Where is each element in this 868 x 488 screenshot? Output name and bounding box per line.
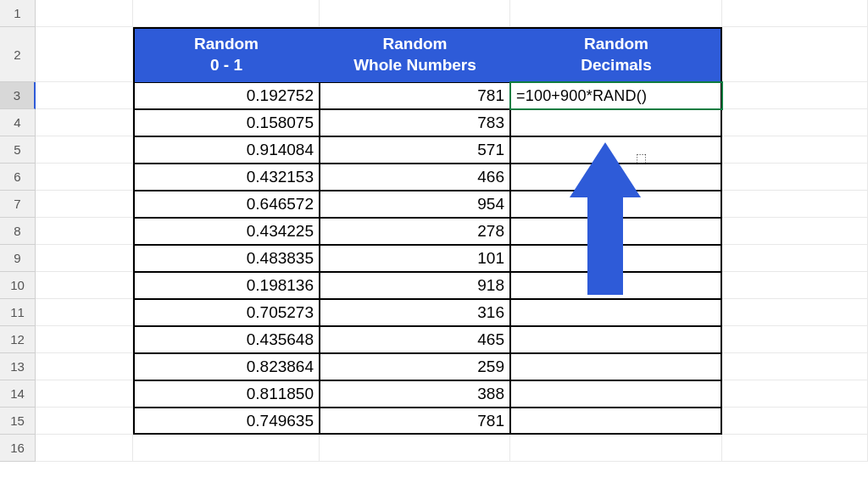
row-header-3[interactable]: 3 xyxy=(0,82,36,109)
data-cell-c4[interactable]: 783 xyxy=(320,109,510,136)
cell-E2[interactable] xyxy=(722,27,868,82)
spreadsheet-grid[interactable]: ABCDE 12345678910111213141516 Random0 - … xyxy=(0,0,868,488)
data-cell-d12[interactable] xyxy=(510,326,722,353)
cell-E7[interactable] xyxy=(722,191,868,218)
cell-A9[interactable] xyxy=(36,245,133,272)
row-header-14[interactable]: 14 xyxy=(0,380,36,408)
cell-E8[interactable] xyxy=(722,218,868,245)
row-header-10[interactable]: 10 xyxy=(0,272,36,299)
cell-E4[interactable] xyxy=(722,109,868,136)
cell-E6[interactable] xyxy=(722,164,868,191)
cell-A8[interactable] xyxy=(36,218,133,245)
cell-b7-value: 0.646572 xyxy=(247,195,314,214)
row-header-9[interactable]: 9 xyxy=(0,245,36,272)
cell-A14[interactable] xyxy=(36,380,133,408)
row-header-6[interactable]: 6 xyxy=(0,164,36,191)
data-cell-b5[interactable]: 0.914084 xyxy=(133,136,320,164)
row-header-15[interactable]: 15 xyxy=(0,408,36,435)
cell-E5[interactable] xyxy=(722,136,868,164)
cell-E14[interactable] xyxy=(722,380,868,408)
cell-A1[interactable] xyxy=(36,0,133,27)
row-header-12[interactable]: 12 xyxy=(0,326,36,353)
data-cell-d15[interactable] xyxy=(510,408,722,435)
data-cell-b7[interactable]: 0.646572 xyxy=(133,191,320,218)
cell-E9[interactable] xyxy=(722,245,868,272)
data-cell-d5[interactable] xyxy=(510,136,722,164)
data-cell-d14[interactable] xyxy=(510,380,722,408)
row-header-13[interactable]: 13 xyxy=(0,353,36,380)
data-cell-b10[interactable]: 0.198136 xyxy=(133,272,320,299)
cell-A12[interactable] xyxy=(36,326,133,353)
cell-A13[interactable] xyxy=(36,353,133,380)
row-header-1[interactable]: 1 xyxy=(0,0,36,27)
data-cell-b13[interactable]: 0.823864 xyxy=(133,353,320,380)
row-header-7[interactable]: 7 xyxy=(0,191,36,218)
row-header-11[interactable]: 11 xyxy=(0,299,36,326)
cell-C16[interactable] xyxy=(320,435,510,462)
cell-B16[interactable] xyxy=(133,435,320,462)
table-header-b: Random0 - 1 xyxy=(133,27,320,82)
data-cell-c5[interactable]: 571 xyxy=(320,136,510,164)
row-header-5[interactable]: 5 xyxy=(0,136,36,164)
cell-E13[interactable] xyxy=(722,353,868,380)
data-cell-c9[interactable]: 101 xyxy=(320,245,510,272)
data-cell-d9[interactable] xyxy=(510,245,722,272)
table-header-c: RandomWhole Numbers xyxy=(320,27,510,82)
cell-A15[interactable] xyxy=(36,408,133,435)
data-cell-c14[interactable]: 388 xyxy=(320,380,510,408)
cell-C1[interactable] xyxy=(320,0,510,27)
row-header-4[interactable]: 4 xyxy=(0,109,36,136)
data-cell-b14[interactable]: 0.811850 xyxy=(133,380,320,408)
data-cell-d8[interactable] xyxy=(510,218,722,245)
data-cell-d4[interactable] xyxy=(510,109,722,136)
cell-E15[interactable] xyxy=(722,408,868,435)
header-d-line1: Random xyxy=(584,34,648,55)
cell-A4[interactable] xyxy=(36,109,133,136)
cell-A11[interactable] xyxy=(36,299,133,326)
data-cell-d13[interactable] xyxy=(510,353,722,380)
row-header-2[interactable]: 2 xyxy=(0,27,36,82)
data-cell-c7[interactable]: 954 xyxy=(320,191,510,218)
cell-B1[interactable] xyxy=(133,0,320,27)
cell-E11[interactable] xyxy=(722,299,868,326)
data-cell-c10[interactable]: 918 xyxy=(320,272,510,299)
cell-E16[interactable] xyxy=(722,435,868,462)
data-cell-b8[interactable]: 0.434225 xyxy=(133,218,320,245)
data-cell-b4[interactable]: 0.158075 xyxy=(133,109,320,136)
data-cell-c15[interactable]: 781 xyxy=(320,408,510,435)
data-cell-d10[interactable] xyxy=(510,272,722,299)
data-cell-c3[interactable]: 781 xyxy=(320,82,510,109)
data-cell-b3[interactable]: 0.192752 xyxy=(133,82,320,109)
cell-A10[interactable] xyxy=(36,272,133,299)
data-cell-c13[interactable]: 259 xyxy=(320,353,510,380)
data-cell-d7[interactable] xyxy=(510,191,722,218)
cell-b10-value: 0.198136 xyxy=(247,276,314,295)
cell-E1[interactable] xyxy=(722,0,868,27)
cell-A3[interactable] xyxy=(36,82,133,109)
cell-D16[interactable] xyxy=(510,435,722,462)
cell-A7[interactable] xyxy=(36,191,133,218)
data-cell-b12[interactable]: 0.435648 xyxy=(133,326,320,353)
cell-E12[interactable] xyxy=(722,326,868,353)
data-cell-c6[interactable]: 466 xyxy=(320,164,510,191)
cell-D1[interactable] xyxy=(510,0,722,27)
data-cell-d6[interactable] xyxy=(510,164,722,191)
cells-area[interactable]: Random0 - 1RandomWhole NumbersRandomDeci… xyxy=(36,0,868,488)
data-cell-c8[interactable]: 278 xyxy=(320,218,510,245)
data-cell-c12[interactable]: 465 xyxy=(320,326,510,353)
cell-A5[interactable] xyxy=(36,136,133,164)
cell-E3[interactable] xyxy=(722,82,868,109)
row-header-16[interactable]: 16 xyxy=(0,435,36,462)
cell-A16[interactable] xyxy=(36,435,133,462)
cell-A2[interactable] xyxy=(36,27,133,82)
data-cell-b9[interactable]: 0.483835 xyxy=(133,245,320,272)
data-cell-b11[interactable]: 0.705273 xyxy=(133,299,320,326)
cell-A6[interactable] xyxy=(36,164,133,191)
data-cell-b6[interactable]: 0.432153 xyxy=(133,164,320,191)
data-cell-c11[interactable]: 316 xyxy=(320,299,510,326)
formula-cell-d3[interactable]: =100+900*RAND() xyxy=(510,82,722,109)
data-cell-d11[interactable] xyxy=(510,299,722,326)
cell-E10[interactable] xyxy=(722,272,868,299)
row-header-8[interactable]: 8 xyxy=(0,218,36,245)
data-cell-b15[interactable]: 0.749635 xyxy=(133,408,320,435)
